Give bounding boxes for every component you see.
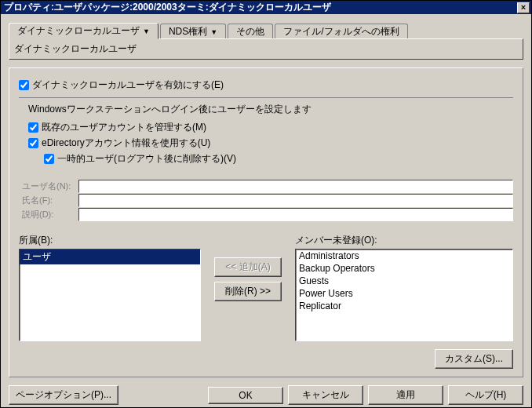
close-button[interactable]: × (517, 2, 530, 13)
member-label: 所属(B): (19, 234, 201, 247)
membership-area: 所属(B): ユーザ << 追加(A) 削除(R) >> メンバー未登録(O):… (19, 234, 513, 341)
member-listbox[interactable]: ユーザ (19, 249, 201, 341)
edir-label: eDirectoryアカウント情報を使用する(U) (42, 137, 210, 150)
list-item[interactable]: Replicator (296, 300, 512, 312)
content-area: ダイナミックローカルユーザ ▼ NDS権利 ▼ その他 ファイル/フォルダへの権… (1, 14, 531, 381)
tab-other[interactable]: その他 (228, 24, 273, 39)
settings-panel: ダイナミックローカルユーザを有効にする(E) Windowsワークステーションへ… (9, 67, 523, 377)
tab-dynamic-local-user[interactable]: ダイナミックローカルユーザ ▼ (9, 23, 159, 39)
tab-strip: ダイナミックローカルユーザ ▼ NDS権利 ▼ その他 ファイル/フォルダへの権… (9, 22, 523, 38)
ok-button[interactable]: OK (208, 387, 283, 404)
volatile-row: 一時的ユーザ(ログアウト後に削除する)(V) (44, 152, 513, 166)
tab-label: ダイナミックローカルユーザ (17, 24, 140, 38)
fullname-label: 氏名(F): (22, 195, 78, 206)
group-box: Windowsワークステーションへログイン後にユーザーを設定します 既存のユーザ… (19, 97, 513, 369)
title-bar: プロパティ:ユーザパッケージ:2000/2003ターミ:ダイナミックローカルユー… (1, 1, 531, 14)
description-label: 説明(D): (22, 209, 78, 220)
transfer-buttons: << 追加(A) 削除(R) >> (201, 234, 295, 341)
tab-file-folder-rights[interactable]: ファイル/フォルダへの権利 (275, 24, 407, 39)
user-fields: ユーザ名(N): 氏名(F): 説明(D): (22, 180, 513, 221)
list-item[interactable]: Backup Operators (296, 262, 512, 275)
member-column: 所属(B): ユーザ (19, 234, 201, 341)
subtab-label: ダイナミックローカルユーザ (14, 43, 137, 54)
list-item[interactable]: Guests (296, 275, 512, 287)
username-label: ユーザ名(N): (22, 180, 78, 192)
notmember-label: メンバー未登録(O): (295, 234, 513, 247)
tab-label: その他 (236, 25, 264, 38)
chevron-down-icon: ▼ (210, 28, 217, 36)
page-options-button[interactable]: ページオプション(P)... (9, 385, 118, 405)
edir-checkbox[interactable] (28, 138, 38, 148)
apply-button[interactable]: 適用 (368, 385, 443, 405)
dialog-window: プロパティ:ユーザパッケージ:2000/2003ターミ:ダイナミックローカルユー… (0, 0, 532, 408)
description-input[interactable] (78, 208, 513, 221)
fullname-input[interactable] (78, 194, 513, 207)
custom-button[interactable]: カスタム(S)... (435, 349, 513, 369)
volatile-checkbox[interactable] (44, 154, 54, 164)
list-item[interactable]: ユーザ (20, 250, 200, 264)
enable-label: ダイナミックローカルユーザを有効にする(E) (32, 78, 224, 92)
volatile-label: 一時的ユーザ(ログアウト後に削除する)(V) (57, 152, 236, 166)
tab-label: NDS権利 (169, 25, 207, 38)
help-button[interactable]: ヘルプ(H) (448, 385, 523, 405)
manage-label: 既存のユーザアカウントを管理する(M) (42, 121, 206, 134)
chevron-down-icon: ▼ (143, 27, 150, 35)
window-title: プロパティ:ユーザパッケージ:2000/2003ターミ:ダイナミックローカルユー… (4, 1, 517, 14)
tab-label: ファイル/フォルダへの権利 (283, 25, 399, 38)
username-input[interactable] (78, 180, 513, 193)
notmember-listbox[interactable]: Administrators Backup Operators Guests P… (295, 249, 513, 341)
list-item[interactable]: Power Users (296, 287, 512, 300)
add-button[interactable]: << 追加(A) (214, 257, 282, 277)
edir-row: eDirectoryアカウント情報を使用する(U) (28, 137, 513, 150)
custom-row: カスタム(S)... (19, 349, 513, 369)
subtab-row: ダイナミックローカルユーザ (9, 38, 523, 60)
manage-row: 既存のユーザアカウントを管理する(M) (28, 121, 513, 134)
enable-checkbox[interactable] (19, 80, 29, 90)
cancel-button[interactable]: キャンセル (288, 385, 363, 405)
list-item[interactable]: Administrators (296, 250, 512, 262)
description-text: Windowsワークステーションへログイン後にユーザーを設定します (28, 103, 513, 116)
notmember-column: メンバー未登録(O): Administrators Backup Operat… (295, 234, 513, 341)
dialog-footer: ページオプション(P)... OK キャンセル 適用 ヘルプ(H) (1, 381, 531, 408)
remove-button[interactable]: 削除(R) >> (214, 282, 282, 301)
enable-row: ダイナミックローカルユーザを有効にする(E) (19, 78, 513, 92)
tab-nds-rights[interactable]: NDS権利 ▼ (160, 24, 226, 39)
manage-checkbox[interactable] (28, 122, 38, 133)
